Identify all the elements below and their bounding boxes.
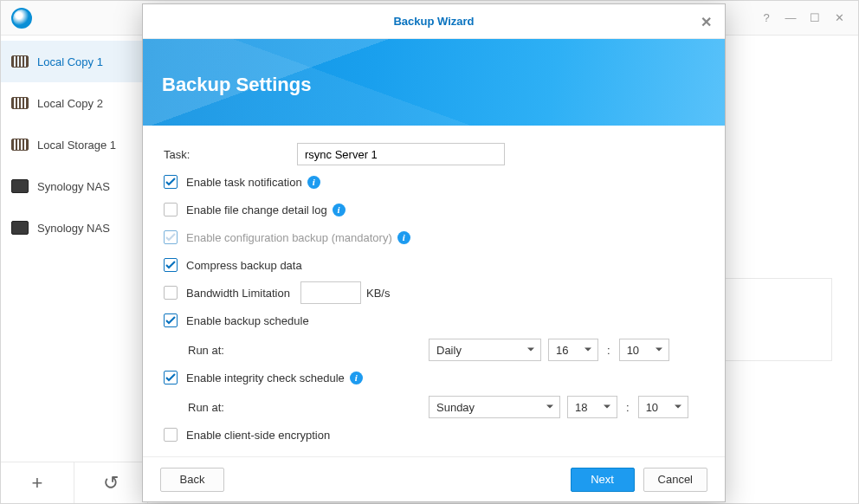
modal-footer: Back Next Cancel	[143, 456, 725, 501]
encryption-checkbox[interactable]	[164, 428, 178, 442]
modal-body: Task: Enable task notification i Enable …	[143, 126, 725, 456]
sidebar-list: Local Copy 1 Local Copy 2 Local Storage …	[1, 36, 147, 462]
sidebar-item-synology-nas-2[interactable]: Synology NAS	[1, 207, 147, 249]
schedule-checkbox[interactable]	[164, 313, 178, 327]
config-backup-row: Enable configuration backup (mandatory) …	[164, 224, 704, 250]
close-modal-icon[interactable]: ✕	[695, 11, 716, 32]
bandwidth-checkbox[interactable]	[164, 286, 178, 300]
bandwidth-row: Bandwidth Limitation KB/s	[164, 280, 704, 306]
chevron-down-icon	[584, 344, 592, 357]
app-logo-icon	[11, 8, 32, 29]
bandwidth-input[interactable]	[300, 281, 361, 304]
modal-banner: Backup Settings	[143, 39, 725, 126]
sidebar-toolbar: + ↺	[1, 462, 147, 503]
time-separator: :	[624, 401, 631, 414]
integrity-min-select[interactable]: 10	[638, 396, 688, 418]
task-row: Task:	[164, 141, 704, 167]
minimize-icon[interactable]: —	[778, 6, 803, 30]
task-label: Task:	[164, 148, 297, 161]
modal-titlebar: Backup Wizard ✕	[143, 4, 725, 39]
select-value: Sunday	[436, 401, 475, 414]
select-value: 10	[646, 401, 658, 414]
select-value: Daily	[436, 344, 462, 357]
enable-log-label[interactable]: Enable file change detail log	[186, 204, 327, 216]
close-app-icon[interactable]: ✕	[827, 6, 851, 30]
select-value: 16	[556, 344, 568, 357]
runat-label: Run at:	[188, 401, 422, 414]
add-task-button[interactable]: +	[1, 462, 74, 503]
schedule-hour-select[interactable]: 16	[548, 339, 598, 361]
sidebar-item-label: Local Copy 2	[37, 97, 103, 110]
enable-notification-label[interactable]: Enable task notification	[186, 176, 302, 189]
time-separator: :	[605, 344, 612, 357]
config-backup-label: Enable configuration backup (mandatory)	[186, 231, 392, 244]
storage-icon	[11, 139, 29, 151]
maximize-icon[interactable]: ☐	[803, 6, 827, 30]
enable-notification-checkbox[interactable]	[164, 175, 178, 189]
notification-row: Enable task notification i	[164, 169, 704, 195]
cancel-button[interactable]: Cancel	[643, 468, 707, 492]
info-icon[interactable]: i	[333, 204, 346, 216]
integrity-runat-row: Run at: Sunday 18 : 10	[164, 394, 704, 420]
integrity-label[interactable]: Enable integrity check schedule	[186, 372, 345, 384]
encryption-row: Enable client-side encryption	[164, 422, 704, 448]
schedule-row: Enable backup schedule	[164, 307, 704, 333]
info-icon[interactable]: i	[397, 231, 410, 244]
chevron-down-icon	[655, 344, 663, 357]
task-input[interactable]	[297, 143, 505, 165]
bandwidth-unit: KB/s	[366, 287, 390, 300]
schedule-label[interactable]: Enable backup schedule	[186, 314, 309, 327]
sidebar-item-local-copy-1[interactable]: Local Copy 1	[1, 41, 147, 82]
enable-log-checkbox[interactable]	[164, 203, 178, 216]
chevron-down-icon	[546, 401, 554, 414]
back-button[interactable]: Back	[160, 468, 224, 492]
storage-icon	[11, 55, 29, 68]
chevron-down-icon	[674, 401, 682, 414]
chevron-down-icon	[526, 344, 535, 357]
info-icon[interactable]: i	[307, 176, 320, 189]
schedule-freq-select[interactable]: Daily	[429, 339, 541, 361]
encryption-label[interactable]: Enable client-side encryption	[186, 429, 330, 442]
history-button[interactable]: ↺	[74, 462, 147, 503]
storage-icon	[11, 97, 29, 109]
compress-checkbox[interactable]	[164, 258, 178, 272]
log-row: Enable file change detail log i	[164, 197, 704, 223]
select-value: 18	[575, 401, 587, 414]
integrity-row: Enable integrity check schedule i	[164, 365, 704, 391]
sidebar-item-local-copy-2[interactable]: Local Copy 2	[1, 82, 147, 124]
sidebar-item-label: Synology NAS	[37, 180, 110, 193]
schedule-runat-row: Run at: Daily 16 : 10	[164, 337, 704, 363]
integrity-checkbox[interactable]	[164, 371, 178, 384]
sidebar: Local Copy 1 Local Copy 2 Local Storage …	[1, 36, 148, 503]
bandwidth-label[interactable]: Bandwidth Limitation	[186, 287, 300, 300]
sidebar-item-label: Local Storage 1	[37, 139, 116, 152]
sidebar-item-label: Synology NAS	[37, 222, 110, 235]
sidebar-item-synology-nas-1[interactable]: Synology NAS	[1, 165, 147, 207]
info-icon[interactable]: i	[350, 372, 363, 384]
backup-wizard-modal: Backup Wizard ✕ Backup Settings Task: En…	[142, 3, 726, 502]
chevron-down-icon	[603, 401, 611, 414]
next-button[interactable]: Next	[571, 468, 635, 492]
select-value: 10	[627, 344, 639, 357]
runat-label: Run at:	[188, 344, 422, 357]
compress-label[interactable]: Compress backup data	[186, 259, 302, 272]
modal-title: Backup Wizard	[393, 15, 474, 28]
modal-heading: Backup Settings	[162, 74, 311, 96]
integrity-hour-select[interactable]: 18	[567, 396, 617, 418]
config-backup-checkbox	[164, 230, 178, 244]
sidebar-item-label: Local Copy 1	[37, 55, 103, 68]
nas-icon	[11, 179, 29, 193]
schedule-min-select[interactable]: 10	[619, 339, 669, 361]
integrity-day-select[interactable]: Sunday	[429, 396, 560, 418]
nas-icon	[11, 221, 29, 235]
help-icon[interactable]: ?	[754, 6, 778, 30]
compress-row: Compress backup data	[164, 252, 704, 278]
sidebar-item-local-storage-1[interactable]: Local Storage 1	[1, 124, 147, 165]
